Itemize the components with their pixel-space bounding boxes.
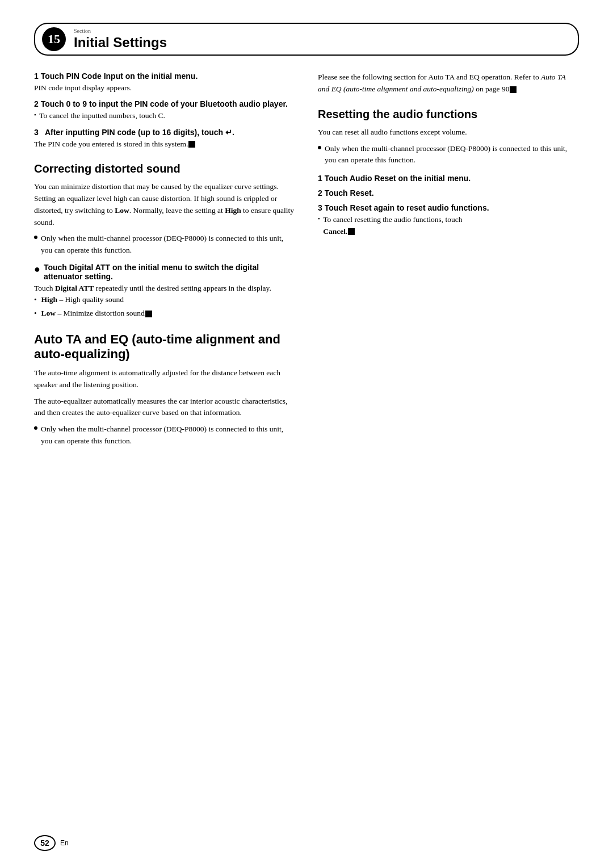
step-3-body: The PIN code you entered is stored in th… xyxy=(34,139,295,150)
step-1-heading: 1 Touch PIN Code Input on the initial me… xyxy=(34,72,295,81)
auto-ta-refer-post: on page 90 xyxy=(476,85,517,93)
bullet-round-icon xyxy=(34,236,37,239)
step-1: 1 Touch PIN Code Input on the initial me… xyxy=(34,72,295,94)
digital-att-bullet-low: • Low – Minimize distortion sound xyxy=(34,308,295,319)
digital-att-step: ● Touch Digital ATT on the initial menu … xyxy=(34,263,295,320)
resetting-bullet1-text: Only when the multi-channel processor (D… xyxy=(325,143,579,166)
section-label: Section xyxy=(74,28,167,34)
correcting-intro: You can minimize distortion that may be … xyxy=(34,181,295,229)
step-2-bullet: ▪ To cancel the inputted numbers, touch … xyxy=(34,110,295,121)
step-3-heading-text: 3 After inputting PIN code (up to 16 dig… xyxy=(34,128,234,137)
auto-ta-bullet1: Only when the multi-channel processor (D… xyxy=(34,423,295,447)
auto-ta-refer-text: Please see the following section for Aut… xyxy=(318,72,579,95)
resetting-step3: 3 Touch Reset again to reset audio funct… xyxy=(318,203,579,237)
cancel-word: Cancel. xyxy=(323,227,347,236)
resetting-intro: You can reset all audio functions except… xyxy=(318,127,579,139)
step-1-body: PIN code input display appears. xyxy=(34,82,295,94)
step-3: 3 After inputting PIN code (up to 16 dig… xyxy=(34,128,295,150)
step-3-heading: 3 After inputting PIN code (up to 16 dig… xyxy=(34,128,295,137)
digital-att-heading: ● Touch Digital ATT on the initial menu … xyxy=(34,263,295,281)
resetting-step1-heading: 1 Touch Audio Reset on the initial menu. xyxy=(318,174,579,183)
bullet-arrow2-icon: • xyxy=(34,308,37,319)
content-columns: 1 Touch PIN Code Input on the initial me… xyxy=(34,72,579,449)
auto-ta-para1: The auto-time alignment is automatically… xyxy=(34,367,295,391)
step-2: 2 Touch 0 to 9 to input the PIN code of … xyxy=(34,99,295,121)
resetting-step2-heading: 2 Touch Reset. xyxy=(318,188,579,198)
section-header: 15 Section Initial Settings xyxy=(34,23,579,56)
cancel-bullet-icon: ▪ xyxy=(318,215,320,223)
stop-icon4 xyxy=(348,228,355,235)
step-2-heading: 2 Touch 0 to 9 to input the PIN code of … xyxy=(34,99,295,108)
digital-att-heading-text: Touch Digital ATT on the initial menu to… xyxy=(44,263,295,281)
step-1-heading-text: 1 Touch PIN Code Input on the initial me… xyxy=(34,72,198,81)
resetting-bullet1: Only when the multi-channel processor (D… xyxy=(318,143,579,166)
correcting-bullet1-text: Only when the multi-channel processor (D… xyxy=(41,233,295,256)
bullet-arrow-icon: • xyxy=(34,294,37,305)
page-number-badge: 52 xyxy=(34,835,56,851)
auto-ta-refer-pre: Please see the following section for Aut… xyxy=(318,73,539,81)
resetting-cancel-bullet: ▪ To cancel resetting the audio function… xyxy=(318,214,579,237)
digital-att-bullet-high: • High – High quality sound xyxy=(34,294,295,305)
auto-ta-bullet1-icon xyxy=(34,426,37,430)
step-2-bullet-text: To cancel the inputted numbers, touch C. xyxy=(39,110,165,121)
auto-ta-bullet1-text: Only when the multi-channel processor (D… xyxy=(41,423,295,447)
step-2-heading-text: 2 Touch 0 to 9 to input the PIN code of … xyxy=(34,99,288,108)
digital-att-bullet-high-text: High – High quality sound xyxy=(41,294,124,305)
left-column: 1 Touch PIN Code Input on the initial me… xyxy=(34,72,295,449)
resetting-cancel-text: To cancel resetting the audio functions,… xyxy=(323,214,462,237)
auto-ta-section-title: Auto TA and EQ (auto-time alignment and … xyxy=(34,332,295,362)
page-footer: 52 En xyxy=(34,835,579,851)
correcting-bullet1: Only when the multi-channel processor (D… xyxy=(34,233,295,256)
stop-icon3 xyxy=(510,86,517,93)
auto-ta-para2: The auto-equalizer automatically measure… xyxy=(34,396,295,420)
correcting-section-title: Correcting distorted sound xyxy=(34,162,295,175)
digital-att-body: Touch Digital ATT repeatedly until the d… xyxy=(34,283,295,294)
stop-icon xyxy=(188,141,195,148)
section-title: Initial Settings xyxy=(74,35,167,50)
footer-language: En xyxy=(60,839,69,847)
section-number: 15 xyxy=(42,27,66,51)
resetting-step1: 1 Touch Audio Reset on the initial menu. xyxy=(318,174,579,183)
resetting-section-title: Resetting the audio functions xyxy=(318,108,579,121)
bullet-dot-large-icon: ● xyxy=(34,264,40,274)
right-column: Please see the following section for Aut… xyxy=(318,72,579,449)
page: 15 Section Initial Settings 1 Touch PIN … xyxy=(0,0,613,868)
resetting-bullet1-icon xyxy=(318,146,321,149)
bullet-square-icon: ▪ xyxy=(34,111,36,119)
digital-att-bullet-low-text: Low – Minimize distortion sound xyxy=(41,308,152,319)
resetting-step3-heading: 3 Touch Reset again to reset audio funct… xyxy=(318,203,579,212)
stop-icon2 xyxy=(145,311,152,317)
resetting-step2: 2 Touch Reset. xyxy=(318,188,579,198)
